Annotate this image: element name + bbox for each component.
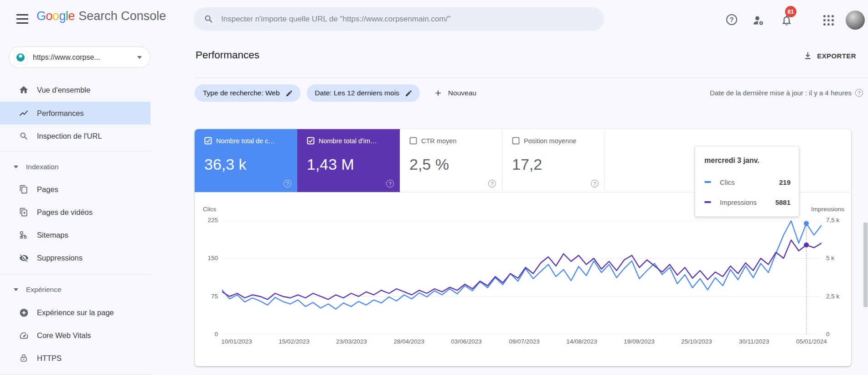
metric-value: 2,5 % (409, 156, 449, 173)
section-indexation[interactable]: Indexation (0, 160, 150, 174)
sidebar-item-overview[interactable]: Vue d'ensemble (0, 78, 150, 101)
metric-help-icon[interactable]: ? (488, 180, 496, 188)
right-axis-tick: 0 (826, 330, 830, 339)
avatar[interactable] (846, 10, 865, 30)
sidebar-item-removals[interactable]: Suppressions (0, 246, 150, 269)
gsc-app: GoogleSearch Console ? 81 https://www.co… (0, 0, 868, 375)
section-collapse-caret-icon (14, 166, 18, 168)
https-lock-icon (19, 353, 29, 363)
metric-help-icon[interactable]: ? (386, 180, 394, 188)
right-axis-tick: 5 k (826, 254, 834, 262)
help-question-icon[interactable]: ? (855, 89, 863, 97)
checkbox-checked-icon[interactable] (204, 137, 212, 145)
metric-tile-average-position[interactable]: Position moyenne 17,2 ? (502, 129, 605, 193)
sidebar: https://www.corpse... Vue d'ensemble Per… (0, 33, 150, 375)
sidebar-divider (0, 374, 150, 375)
x-axis-date-label: 28/04/2023 (379, 338, 439, 345)
hover-point (804, 242, 809, 247)
impressions-series-swatch (704, 201, 711, 203)
checkbox-checked-icon[interactable] (307, 137, 315, 145)
edit-pencil-icon (405, 89, 413, 97)
sidebar-item-video-pages[interactable]: Pages de vidéos (0, 201, 150, 224)
performance-line-chart[interactable] (222, 220, 822, 334)
checkbox-unchecked-icon[interactable] (409, 137, 417, 145)
left-axis-tick: 0 (198, 330, 218, 339)
property-selector[interactable]: https://www.corpse... (9, 47, 150, 68)
download-icon (803, 51, 812, 60)
x-axis-date-label: 30/11/2023 (724, 338, 784, 345)
metric-tile-total-impressions[interactable]: Nombre total d'im… 1,43 M ? (297, 129, 400, 193)
hover-point (804, 221, 809, 226)
export-button[interactable]: EXPORTER (803, 51, 856, 60)
pages-icon (19, 184, 29, 194)
section-collapse-caret-icon (14, 288, 18, 291)
x-axis-date-label: 14/08/2023 (552, 338, 611, 345)
metric-tile-average-ctr[interactable]: CTR moyen 2,5 % ? (400, 129, 502, 193)
metric-tile-total-clicks[interactable]: Nombre total de c… 36,3 k ? (195, 129, 297, 193)
sidebar-item-pages[interactable]: Pages (0, 178, 150, 201)
page-title: Performances (196, 49, 259, 61)
account-settings-button[interactable] (752, 14, 764, 26)
x-axis-date-label: 19/09/2023 (610, 338, 669, 345)
chevron-down-icon (137, 56, 142, 59)
clicks-series-swatch (704, 181, 711, 183)
top-bar: GoogleSearch Console ? 81 (0, 0, 868, 33)
google-apps-grid-icon[interactable] (823, 15, 833, 25)
core-web-vitals-speed-icon (19, 330, 29, 340)
last-update-info: Date de la dernière mise à jour : il y a… (710, 89, 863, 97)
right-axis-title: Impressions (801, 206, 844, 213)
x-axis-date-label: 03/06/2023 (437, 338, 496, 345)
sidebar-item-core-web-vitals[interactable]: Core Web Vitals (0, 324, 150, 347)
sidebar-item-https[interactable]: HTTPS (0, 347, 150, 370)
left-axis-title: Clics (203, 206, 216, 213)
manage-accounts-icon (752, 14, 765, 26)
metric-help-icon[interactable]: ? (591, 180, 599, 188)
left-axis-tick: 225 (198, 216, 218, 224)
x-axis-date-label: 09/07/2023 (495, 338, 554, 345)
x-axis-date-label: 15/02/2023 (264, 338, 324, 345)
filter-chip-search-type[interactable]: Type de recherche: Web (195, 84, 300, 102)
series-line-impressions (222, 240, 822, 299)
metric-value: 36,3 k (204, 156, 247, 173)
header-divider (195, 78, 868, 78)
product-name: Search Console (78, 9, 166, 23)
scrollbar-thumb[interactable] (863, 223, 868, 307)
x-axis-date-label: 10/01/2023 (207, 338, 266, 345)
section-experience[interactable]: Expérience (0, 283, 150, 297)
hamburger-menu-icon[interactable] (16, 14, 28, 24)
video-pages-icon (19, 207, 29, 217)
filter-chip-date-range[interactable]: Date: Les 12 derniers mois (307, 84, 420, 102)
sidebar-item-page-experience[interactable]: Expérience sur la page (0, 301, 150, 324)
x-axis-date-label: 05/01/2024 (782, 338, 841, 345)
x-axis-date-label: 23/03/2023 (322, 338, 381, 345)
help-button[interactable]: ? (726, 14, 738, 26)
right-axis-tick: 2,5 k (826, 292, 839, 301)
home-icon (19, 85, 29, 95)
sitemaps-icon (19, 230, 29, 240)
sidebar-divider (0, 274, 150, 275)
app-logo[interactable]: GoogleSearch Console (36, 9, 166, 23)
edit-pencil-icon (285, 89, 293, 97)
tooltip-date: mercredi 3 janv. (704, 156, 760, 165)
checkbox-unchecked-icon[interactable] (512, 137, 520, 145)
metric-value: 1,43 M (307, 156, 354, 173)
url-inspection-searchbar[interactable] (194, 7, 604, 31)
right-axis-tick: 7,5 k (826, 216, 839, 224)
new-filter-button[interactable]: Nouveau (434, 89, 476, 98)
url-inspection-search-icon (19, 131, 29, 141)
metric-help-icon[interactable]: ? (284, 180, 291, 188)
chart-hover-tooltip: mercredi 3 janv. Clics 219 Impressions 5… (695, 146, 799, 217)
sidebar-item-sitemaps[interactable]: Sitemaps (0, 224, 150, 246)
x-axis-date-label: 25/10/2023 (667, 338, 726, 345)
sidebar-item-url-inspection[interactable]: Inspection de l'URL (0, 125, 150, 147)
performance-chart-icon (19, 108, 29, 118)
search-icon (204, 14, 214, 24)
page-experience-icon (19, 307, 29, 318)
left-axis-tick: 75 (198, 292, 218, 301)
search-input[interactable] (221, 15, 594, 24)
site-favicon (14, 51, 27, 64)
sidebar-item-performances[interactable]: Performances (0, 102, 150, 125)
notification-count-badge: 81 (785, 6, 796, 17)
property-url: https://www.corpse... (33, 53, 137, 62)
filter-bar: Type de recherche: Web Date: Les 12 dern… (195, 84, 476, 102)
